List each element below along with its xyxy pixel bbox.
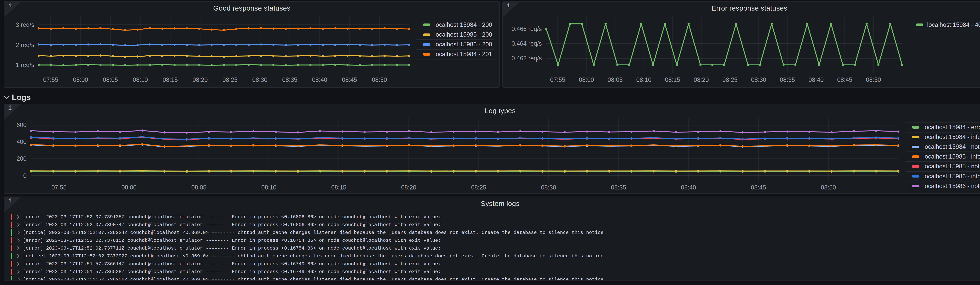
- panel-title[interactable]: Log types: [4, 107, 980, 115]
- row-header-logs[interactable]: Logs: [5, 93, 31, 102]
- svg-text:08:15: 08:15: [331, 184, 346, 191]
- legend-item[interactable]: localhost:15986 - 200: [417, 40, 494, 49]
- svg-text:0.462 req/s: 0.462 req/s: [512, 55, 542, 62]
- svg-text:08:25: 08:25: [471, 184, 486, 191]
- svg-text:0.466 req/s: 0.466 req/s: [512, 25, 542, 33]
- legend-series-label: localhost:15984 - info: [923, 133, 980, 141]
- legend-series-label: localhost:15985 - 200: [434, 31, 492, 38]
- log-row-error[interactable]: [error] 2023-03-17T12:52:07.739135Z couc…: [11, 213, 980, 221]
- chevron-right-icon: [16, 231, 20, 234]
- svg-text:08:00: 08:00: [121, 184, 137, 191]
- log-level-bar: [11, 269, 12, 275]
- svg-text:08:50: 08:50: [372, 76, 387, 83]
- log-row-error[interactable]: [error] 2023-03-17T12:51:57.736528Z couc…: [11, 268, 980, 276]
- log-level-bar: [11, 253, 12, 259]
- svg-text:08:00: 08:00: [73, 76, 88, 83]
- legend-series-swatch: [912, 146, 920, 148]
- log-level-bar: [11, 261, 12, 267]
- svg-text:07:55: 07:55: [51, 184, 67, 191]
- legend-item[interactable]: localhost:15984 - 200: [417, 20, 494, 29]
- legend-series-swatch: [423, 43, 430, 46]
- svg-text:3 req/s: 3 req/s: [16, 21, 34, 28]
- log-row-error[interactable]: [error] 2023-03-17T12:52:02.737711Z couc…: [11, 244, 980, 252]
- legend-series-label: localhost:15984 - error: [923, 124, 980, 131]
- svg-text:08:15: 08:15: [163, 76, 178, 83]
- svg-text:08:10: 08:10: [261, 184, 277, 191]
- chevron-down-icon: [3, 93, 10, 100]
- log-row-notice[interactable]: [notice] 2023-03-17T12:52:02.737392Z cou…: [11, 252, 980, 260]
- svg-text:08:00: 08:00: [579, 76, 594, 83]
- chevron-right-icon: [16, 270, 20, 274]
- row-header-label: Logs: [12, 93, 31, 102]
- legend-item[interactable]: localhost:15984 - notice: [905, 142, 980, 152]
- log-rows-list: [error] 2023-03-17T12:52:07.739135Z couc…: [11, 213, 980, 280]
- chevron-right-icon: [16, 223, 20, 226]
- legend-item[interactable]: localhost:15985 - info: [905, 152, 980, 161]
- legend-series-label: localhost:15986 - notice: [923, 183, 980, 190]
- legend-item[interactable]: localhost:15986 - info: [905, 171, 980, 181]
- chevron-right-icon: [16, 238, 20, 242]
- panel-title[interactable]: Error response statuses: [503, 4, 980, 12]
- legend-item[interactable]: localhost:15985 - notice: [905, 161, 980, 171]
- legend-item[interactable]: localhost:15985 - 200: [417, 30, 494, 40]
- chart-area: 600400200007:5508:0008:0508:1008:1508:20…: [10, 114, 980, 192]
- chevron-right-icon: [16, 254, 20, 258]
- legend-series-label: localhost:15986 - info: [923, 173, 980, 180]
- svg-text:08:05: 08:05: [191, 184, 207, 191]
- svg-text:0: 0: [23, 172, 27, 179]
- panel-title[interactable]: Good response statuses: [4, 4, 499, 12]
- svg-text:1 req/s: 1 req/s: [16, 62, 34, 68]
- log-row-error[interactable]: [error] 2023-03-17T12:51:57.736614Z couc…: [11, 260, 980, 268]
- grafana-dashboard: i Good response statuses 3 req/s2 req/s1…: [0, 0, 980, 285]
- svg-text:07:55: 07:55: [550, 76, 565, 83]
- svg-text:08:35: 08:35: [282, 76, 298, 83]
- svg-text:200: 200: [17, 155, 27, 162]
- log-message: [error] 2023-03-17T12:52:07.739135Z couc…: [23, 214, 441, 220]
- legend-series-swatch: [916, 24, 923, 26]
- legend-series-swatch: [423, 24, 430, 26]
- log-level-bar: [11, 276, 12, 280]
- svg-text:08:35: 08:35: [611, 184, 626, 191]
- log-row-error[interactable]: [error] 2023-03-17T12:52:07.739074Z couc…: [11, 221, 980, 229]
- legend-item[interactable]: localhost:15984 - 401: [909, 20, 980, 30]
- legend-item[interactable]: localhost:15984 - 201: [417, 49, 494, 60]
- svg-text:08:45: 08:45: [342, 76, 357, 83]
- legend-item[interactable]: localhost:15984 - error: [905, 122, 980, 132]
- log-row-notice[interactable]: [notice] 2023-03-17T12:52:07.738224Z cou…: [11, 229, 980, 236]
- panel-title[interactable]: System logs: [4, 200, 980, 208]
- svg-text:2 req/s: 2 req/s: [16, 41, 34, 48]
- svg-text:08:30: 08:30: [253, 76, 267, 83]
- svg-text:08:50: 08:50: [821, 184, 836, 191]
- log-level-bar: [11, 237, 12, 244]
- log-row-notice[interactable]: [notice] 2023-03-17T12:51:57.736206Z cou…: [11, 276, 980, 280]
- legend-item[interactable]: localhost:15984 - info: [905, 132, 980, 142]
- chevron-right-icon: [16, 246, 20, 250]
- log-row-error[interactable]: [error] 2023-03-17T12:52:02.737815Z couc…: [11, 236, 980, 244]
- time-series-plot[interactable]: 600400200007:5508:0008:0508:1008:1508:20…: [10, 114, 902, 192]
- log-level-bar: [11, 222, 12, 228]
- panel-system-logs: i System logs [error] 2023-03-17T12:52:0…: [4, 196, 980, 281]
- panel-good-response-statuses: i Good response statuses 3 req/s2 req/s1…: [4, 1, 500, 88]
- legend-series-swatch: [912, 136, 920, 138]
- legend-series-label: localhost:15984 - 200: [434, 21, 492, 28]
- time-series-plot[interactable]: 3 req/s2 req/s1 req/s07:5508:0008:0508:1…: [10, 12, 412, 85]
- svg-text:600: 600: [17, 122, 27, 128]
- time-series-plot[interactable]: 0.466 req/s0.464 req/s0.462 req/s07:5508…: [508, 12, 905, 85]
- svg-text:08:05: 08:05: [103, 76, 118, 83]
- log-level-bar: [11, 214, 12, 220]
- legend-series-swatch: [912, 126, 920, 128]
- panel-error-response-statuses: i Error response statuses 0.466 req/s0.4…: [502, 1, 980, 88]
- legend-series-label: localhost:15985 - notice: [923, 163, 980, 170]
- legend-item[interactable]: localhost:15986 - notice: [905, 181, 980, 191]
- svg-text:08:40: 08:40: [808, 76, 824, 83]
- chart-legend: localhost:15984 - errorlocalhost:15984 -…: [905, 122, 980, 191]
- svg-text:08:45: 08:45: [751, 184, 766, 191]
- legend-series-swatch: [912, 165, 920, 168]
- svg-text:08:05: 08:05: [608, 76, 623, 83]
- chart-legend: localhost:15984 - 401: [909, 20, 980, 30]
- chart-area: 0.466 req/s0.464 req/s0.462 req/s07:5508…: [508, 12, 980, 85]
- svg-text:07:55: 07:55: [43, 76, 58, 83]
- log-message: [error] 2023-03-17T12:52:07.739074Z couc…: [23, 222, 441, 228]
- log-message: [error] 2023-03-17T12:52:02.737711Z couc…: [23, 245, 441, 251]
- legend-series-label: localhost:15985 - info: [923, 153, 980, 160]
